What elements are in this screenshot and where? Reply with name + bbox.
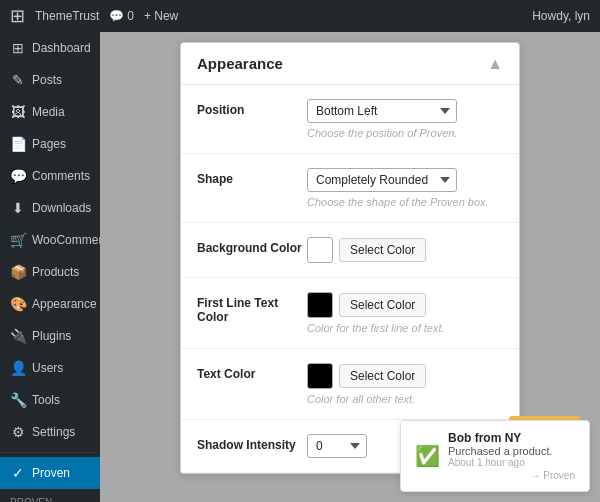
sidebar-item-appearance[interactable]: 🎨 Appearance: [0, 288, 100, 320]
shape-hint: Choose the shape of the Proven box.: [307, 196, 503, 208]
site-name[interactable]: ThemeTrust: [35, 9, 99, 23]
sidebar-item-label: Media: [32, 105, 65, 119]
first-line-color-row: First Line Text Color Select Color Color…: [181, 278, 519, 349]
proven-section-header: Proven: [0, 489, 100, 502]
appearance-modal: Appearance ▲ Position Bottom Left Bottom…: [180, 42, 520, 474]
comments-bar-item[interactable]: 💬 0: [109, 9, 134, 23]
sidebar-item-comments[interactable]: 💬 Comments: [0, 160, 100, 192]
position-label: Position: [197, 99, 307, 117]
first-line-picker-row: Select Color: [307, 292, 503, 318]
proven-icon: ✓: [10, 465, 26, 481]
sidebar-item-label: Proven: [32, 466, 70, 480]
first-line-color-swatch[interactable]: [307, 292, 333, 318]
sidebar-item-label: Posts: [32, 73, 62, 87]
bg-color-button[interactable]: Select Color: [339, 238, 426, 262]
bg-color-content: Select Color: [307, 237, 503, 263]
text-color-picker-row: Select Color: [307, 363, 503, 389]
position-select[interactable]: Bottom Left Bottom Right Top Left Top Ri…: [307, 99, 457, 123]
shape-row: Shape Completely Rounded Slightly Rounde…: [181, 154, 519, 223]
sidebar-item-label: Plugins: [32, 329, 71, 343]
sidebar-item-label: Pages: [32, 137, 66, 151]
products-icon: 📦: [10, 264, 26, 280]
position-row: Position Bottom Left Bottom Right Top Le…: [181, 85, 519, 154]
toast-checkmark-icon: ✅: [415, 444, 440, 468]
shape-content: Completely Rounded Slightly Rounded Squa…: [307, 168, 503, 208]
appearance-icon: 🎨: [10, 296, 26, 312]
bg-color-swatch[interactable]: [307, 237, 333, 263]
bg-color-label: Background Color: [197, 237, 307, 255]
media-icon: 🖼: [10, 104, 26, 120]
first-line-color-content: Select Color Color for the first line of…: [307, 292, 503, 334]
modal-close-icon[interactable]: ▲: [487, 56, 503, 72]
modal-body: Position Bottom Left Bottom Right Top Le…: [181, 85, 519, 473]
modal-header: Appearance ▲: [181, 43, 519, 85]
sidebar-item-plugins[interactable]: 🔌 Plugins: [0, 320, 100, 352]
sidebar-item-dashboard[interactable]: ⊞ Dashboard: [0, 32, 100, 64]
sidebar-item-label: Comments: [32, 169, 90, 183]
sidebar-item-proven[interactable]: ✓ Proven: [0, 457, 100, 489]
sidebar-item-woocommerce[interactable]: 🛒 WooCommerce: [0, 224, 100, 256]
sidebar-item-products[interactable]: 📦 Products: [0, 256, 100, 288]
sidebar-item-label: Dashboard: [32, 41, 91, 55]
comment-icon: 💬: [109, 9, 124, 23]
toast-name: Bob from NY: [448, 431, 575, 445]
tools-icon: 🔧: [10, 392, 26, 408]
sidebar-item-label: Appearance: [32, 297, 97, 311]
sidebar-item-media[interactable]: 🖼 Media: [0, 96, 100, 128]
first-line-color-hint: Color for the first line of text.: [307, 322, 503, 334]
dashboard-icon: ⊞: [10, 40, 26, 56]
shadow-label: Shadow Intensity: [197, 434, 307, 452]
text-color-row: Text Color Select Color Color for all ot…: [181, 349, 519, 420]
pages-icon: 📄: [10, 136, 26, 152]
wp-logo-icon: ⊞: [10, 5, 25, 27]
new-button[interactable]: + New: [144, 9, 178, 23]
bg-color-row: Background Color Select Color: [181, 223, 519, 278]
toast-notification: ✅ Bob from NY Purchased a product. About…: [400, 420, 590, 492]
woocommerce-icon: 🛒: [10, 232, 26, 248]
sidebar-item-label: Downloads: [32, 201, 91, 215]
downloads-icon: ⬇: [10, 200, 26, 216]
sidebar-item-posts[interactable]: ✎ Posts: [0, 64, 100, 96]
text-color-swatch[interactable]: [307, 363, 333, 389]
sidebar-item-label: Products: [32, 265, 79, 279]
sidebar-item-label: Settings: [32, 425, 75, 439]
posts-icon: ✎: [10, 72, 26, 88]
sidebar-item-pages[interactable]: 📄 Pages: [0, 128, 100, 160]
sidebar-item-label: WooCommerce: [32, 233, 100, 247]
shape-select[interactable]: Completely Rounded Slightly Rounded Squa…: [307, 168, 457, 192]
howdy-label: Howdy, lyn: [532, 9, 590, 23]
sidebar-item-users[interactable]: 👤 Users: [0, 352, 100, 384]
plugins-icon: 🔌: [10, 328, 26, 344]
comments-icon: 💬: [10, 168, 26, 184]
text-color-label: Text Color: [197, 363, 307, 381]
modal-title: Appearance: [197, 55, 283, 72]
first-line-color-button[interactable]: Select Color: [339, 293, 426, 317]
users-icon: 👤: [10, 360, 26, 376]
comment-count: 0: [127, 9, 134, 23]
shape-label: Shape: [197, 168, 307, 186]
position-hint: Choose the position of Proven.: [307, 127, 503, 139]
shadow-select[interactable]: 0 1 2 3 4 5: [307, 434, 367, 458]
sidebar-item-label: Tools: [32, 393, 60, 407]
toast-time: About 1 hour ago: [448, 457, 575, 468]
text-color-button[interactable]: Select Color: [339, 364, 426, 388]
toast-brand: → Proven: [448, 470, 575, 481]
position-content: Bottom Left Bottom Right Top Left Top Ri…: [307, 99, 503, 139]
sidebar-item-tools[interactable]: 🔧 Tools: [0, 384, 100, 416]
toast-message: Purchased a product.: [448, 445, 575, 457]
sidebar-item-downloads[interactable]: ⬇ Downloads: [0, 192, 100, 224]
main-content: Appearance ▲ Position Bottom Left Bottom…: [100, 32, 600, 502]
sidebar-item-settings[interactable]: ⚙ Settings: [0, 416, 100, 448]
text-color-hint: Color for all other text.: [307, 393, 503, 405]
text-color-content: Select Color Color for all other text.: [307, 363, 503, 405]
admin-bar: ⊞ ThemeTrust 💬 0 + New Howdy, lyn: [0, 0, 600, 32]
sidebar: ⊞ Dashboard ✎ Posts 🖼 Media 📄 Pages 💬 Co…: [0, 32, 100, 502]
settings-icon: ⚙: [10, 424, 26, 440]
toast-content: Bob from NY Purchased a product. About 1…: [448, 431, 575, 481]
bg-color-picker-row: Select Color: [307, 237, 503, 263]
sidebar-item-label: Users: [32, 361, 63, 375]
first-line-color-label: First Line Text Color: [197, 292, 307, 324]
